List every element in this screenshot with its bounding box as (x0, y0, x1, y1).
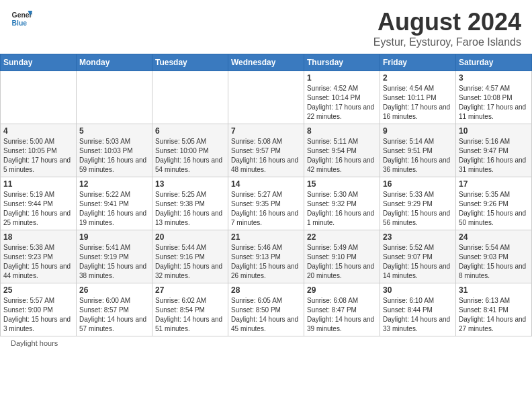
day-info: Sunrise: 5:14 AM Sunset: 9:51 PM Dayligh… (383, 137, 453, 175)
day-cell: 13Sunrise: 5:25 AM Sunset: 9:38 PM Dayli… (152, 177, 228, 230)
day-number: 26 (79, 285, 149, 295)
day-cell: 28Sunrise: 6:05 AM Sunset: 8:50 PM Dayli… (228, 283, 304, 336)
day-number: 10 (459, 126, 529, 136)
day-info: Sunrise: 5:30 AM Sunset: 9:32 PM Dayligh… (307, 190, 377, 228)
day-info: Sunrise: 5:49 AM Sunset: 9:10 PM Dayligh… (307, 243, 377, 281)
day-header-monday: Monday (77, 54, 152, 71)
day-cell: 17Sunrise: 5:35 AM Sunset: 9:26 PM Dayli… (456, 177, 532, 230)
footer-note: Daylight hours (0, 336, 532, 350)
day-number: 17 (459, 179, 529, 189)
day-number: 13 (155, 179, 225, 189)
day-info: Sunrise: 6:10 AM Sunset: 8:44 PM Dayligh… (383, 296, 453, 334)
day-info: Sunrise: 4:57 AM Sunset: 10:08 PM Daylig… (459, 84, 529, 122)
svg-text:Blue: Blue (12, 19, 28, 27)
day-info: Sunrise: 6:02 AM Sunset: 8:54 PM Dayligh… (155, 296, 225, 334)
day-info: Sunrise: 6:05 AM Sunset: 8:50 PM Dayligh… (231, 296, 301, 334)
day-number: 19 (79, 232, 149, 242)
day-info: Sunrise: 5:05 AM Sunset: 10:00 PM Daylig… (155, 137, 225, 175)
day-info: Sunrise: 5:27 AM Sunset: 9:35 PM Dayligh… (231, 190, 301, 228)
day-header-sunday: Sunday (1, 54, 77, 71)
day-cell: 12Sunrise: 5:22 AM Sunset: 9:41 PM Dayli… (77, 177, 152, 230)
week-row-2: 4Sunrise: 5:00 AM Sunset: 10:05 PM Dayli… (1, 124, 532, 177)
day-number: 31 (459, 285, 529, 295)
day-number: 12 (79, 179, 149, 189)
day-number: 2 (383, 73, 453, 83)
day-header-wednesday: Wednesday (228, 54, 304, 71)
day-cell: 19Sunrise: 5:41 AM Sunset: 9:19 PM Dayli… (77, 230, 152, 283)
day-cell: 2Sunrise: 4:54 AM Sunset: 10:11 PM Dayli… (380, 71, 456, 124)
day-number: 14 (231, 179, 301, 189)
day-info: Sunrise: 5:22 AM Sunset: 9:41 PM Dayligh… (79, 190, 149, 228)
day-header-thursday: Thursday (304, 54, 380, 71)
day-cell: 29Sunrise: 6:08 AM Sunset: 8:47 PM Dayli… (304, 283, 380, 336)
day-cell: 23Sunrise: 5:52 AM Sunset: 9:07 PM Dayli… (380, 230, 456, 283)
logo: General Blue (11, 8, 32, 30)
day-cell: 8Sunrise: 5:11 AM Sunset: 9:54 PM Daylig… (304, 124, 380, 177)
day-number: 24 (459, 232, 529, 242)
day-number: 27 (155, 285, 225, 295)
day-number: 1 (307, 73, 377, 83)
day-cell (1, 71, 77, 124)
sub-title: Eystur, Eysturoy, Faroe Islands (373, 36, 521, 48)
day-cell: 9Sunrise: 5:14 AM Sunset: 9:51 PM Daylig… (380, 124, 456, 177)
day-cell: 30Sunrise: 6:10 AM Sunset: 8:44 PM Dayli… (380, 283, 456, 336)
day-cell: 27Sunrise: 6:02 AM Sunset: 8:54 PM Dayli… (152, 283, 228, 336)
day-number: 5 (79, 126, 149, 136)
day-info: Sunrise: 6:00 AM Sunset: 8:57 PM Dayligh… (79, 296, 149, 334)
day-number: 25 (3, 285, 73, 295)
day-cell (228, 71, 304, 124)
calendar: SundayMondayTuesdayWednesdayThursdayFrid… (0, 54, 532, 336)
day-info: Sunrise: 5:25 AM Sunset: 9:38 PM Dayligh… (155, 190, 225, 228)
day-info: Sunrise: 5:38 AM Sunset: 9:23 PM Dayligh… (3, 243, 73, 281)
day-info: Sunrise: 5:19 AM Sunset: 9:44 PM Dayligh… (3, 190, 73, 228)
day-cell: 5Sunrise: 5:03 AM Sunset: 10:03 PM Dayli… (77, 124, 152, 177)
day-number: 22 (307, 232, 377, 242)
day-number: 15 (307, 179, 377, 189)
day-cell: 24Sunrise: 5:54 AM Sunset: 9:03 PM Dayli… (456, 230, 532, 283)
day-cell: 21Sunrise: 5:46 AM Sunset: 9:13 PM Dayli… (228, 230, 304, 283)
day-cell: 11Sunrise: 5:19 AM Sunset: 9:44 PM Dayli… (1, 177, 77, 230)
day-cell: 14Sunrise: 5:27 AM Sunset: 9:35 PM Dayli… (228, 177, 304, 230)
day-info: Sunrise: 5:54 AM Sunset: 9:03 PM Dayligh… (459, 243, 529, 281)
logo-icon: General Blue (11, 8, 32, 30)
main-title: August 2024 (373, 8, 521, 36)
day-info: Sunrise: 5:11 AM Sunset: 9:54 PM Dayligh… (307, 137, 377, 175)
day-cell: 18Sunrise: 5:38 AM Sunset: 9:23 PM Dayli… (1, 230, 77, 283)
day-cell: 1Sunrise: 4:52 AM Sunset: 10:14 PM Dayli… (304, 71, 380, 124)
day-number: 11 (3, 179, 73, 189)
day-cell: 16Sunrise: 5:33 AM Sunset: 9:29 PM Dayli… (380, 177, 456, 230)
title-area: August 2024 Eystur, Eysturoy, Faroe Isla… (373, 8, 521, 48)
day-info: Sunrise: 4:54 AM Sunset: 10:11 PM Daylig… (383, 84, 453, 122)
day-cell (152, 71, 228, 124)
day-number: 3 (459, 73, 529, 83)
day-cell: 10Sunrise: 5:16 AM Sunset: 9:47 PM Dayli… (456, 124, 532, 177)
day-cell: 3Sunrise: 4:57 AM Sunset: 10:08 PM Dayli… (456, 71, 532, 124)
calendar-body: 1Sunrise: 4:52 AM Sunset: 10:14 PM Dayli… (1, 71, 532, 336)
day-info: Sunrise: 5:52 AM Sunset: 9:07 PM Dayligh… (383, 243, 453, 281)
day-info: Sunrise: 4:52 AM Sunset: 10:14 PM Daylig… (307, 84, 377, 122)
day-number: 20 (155, 232, 225, 242)
day-info: Sunrise: 5:46 AM Sunset: 9:13 PM Dayligh… (231, 243, 301, 281)
day-cell: 20Sunrise: 5:44 AM Sunset: 9:16 PM Dayli… (152, 230, 228, 283)
day-info: Sunrise: 6:08 AM Sunset: 8:47 PM Dayligh… (307, 296, 377, 334)
day-number: 4 (3, 126, 73, 136)
week-row-3: 11Sunrise: 5:19 AM Sunset: 9:44 PM Dayli… (1, 177, 532, 230)
day-cell: 25Sunrise: 5:57 AM Sunset: 9:00 PM Dayli… (1, 283, 77, 336)
day-info: Sunrise: 5:00 AM Sunset: 10:05 PM Daylig… (3, 137, 73, 175)
day-number: 23 (383, 232, 453, 242)
day-cell: 31Sunrise: 6:13 AM Sunset: 8:41 PM Dayli… (456, 283, 532, 336)
day-cell: 4Sunrise: 5:00 AM Sunset: 10:05 PM Dayli… (1, 124, 77, 177)
day-cell (77, 71, 152, 124)
day-number: 21 (231, 232, 301, 242)
day-cell: 22Sunrise: 5:49 AM Sunset: 9:10 PM Dayli… (304, 230, 380, 283)
day-number: 18 (3, 232, 73, 242)
day-number: 29 (307, 285, 377, 295)
day-info: Sunrise: 5:08 AM Sunset: 9:57 PM Dayligh… (231, 137, 301, 175)
day-number: 6 (155, 126, 225, 136)
day-info: Sunrise: 5:35 AM Sunset: 9:26 PM Dayligh… (459, 190, 529, 228)
day-info: Sunrise: 6:13 AM Sunset: 8:41 PM Dayligh… (459, 296, 529, 334)
day-number: 28 (231, 285, 301, 295)
day-cell: 7Sunrise: 5:08 AM Sunset: 9:57 PM Daylig… (228, 124, 304, 177)
week-row-4: 18Sunrise: 5:38 AM Sunset: 9:23 PM Dayli… (1, 230, 532, 283)
day-header-saturday: Saturday (456, 54, 532, 71)
